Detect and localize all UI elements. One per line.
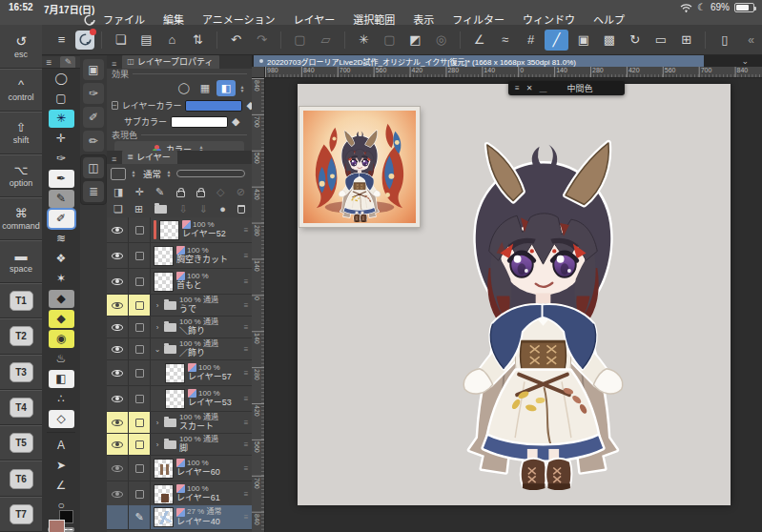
apply-color-icon[interactable]: ◆ xyxy=(246,99,252,112)
drag-handle[interactable]: ≡ xyxy=(240,481,252,505)
folder-chevron-icon[interactable]: › xyxy=(154,419,161,427)
crop-icon[interactable]: ▢ xyxy=(288,30,312,51)
folder-chevron-icon[interactable]: › xyxy=(154,323,161,332)
menu-item[interactable]: 選択範囲 xyxy=(353,11,395,27)
layer-row[interactable]: 100 %レイヤー53 ≡ xyxy=(107,386,252,412)
app-logo-icon[interactable] xyxy=(75,31,94,50)
layer-folder-row[interactable]: › 100 % 通過＼飾り ≡ xyxy=(107,317,252,338)
drag-handle[interactable]: ≡ xyxy=(240,360,252,385)
edge-tab-key[interactable]: T3 xyxy=(0,355,42,390)
sparkle-brush-icon[interactable]: ✶ xyxy=(49,270,74,288)
csp-logo-icon[interactable] xyxy=(84,12,95,24)
layer-row[interactable]: 100 %首もと ≡ xyxy=(107,269,252,295)
enable-mask-icon[interactable]: ◇ xyxy=(216,186,224,198)
color-swatches[interactable] xyxy=(49,520,73,523)
edge-tab-key[interactable]: T5 xyxy=(0,425,42,460)
line-tool-icon[interactable]: ∠ xyxy=(49,477,74,495)
lock-layer-icon[interactable] xyxy=(176,191,185,197)
transfer-down-icon[interactable]: ⇩ xyxy=(178,203,187,215)
undo-gesture-icon[interactable]: ↺ xyxy=(15,34,27,48)
border-effect-icon[interactable]: ◯ xyxy=(175,80,194,96)
save-icon[interactable]: ⌂ xyxy=(160,30,184,51)
selected-layer-row[interactable]: ✎ 27 % 通常レイヤー40 ≡ xyxy=(107,505,252,530)
tab-layer-property[interactable]: ◫レイヤープロパティ xyxy=(122,55,219,69)
layer-row[interactable]: 100 %レイヤー57 ≡ xyxy=(107,360,252,386)
menu-item[interactable]: 表示 xyxy=(413,11,434,27)
check-cell[interactable] xyxy=(129,217,151,242)
layer-row[interactable]: 100 %レイヤー61 ≡ xyxy=(107,481,252,505)
new-canvas-icon[interactable]: ❏ xyxy=(109,30,133,51)
folder-chevron-icon[interactable]: › xyxy=(154,301,161,310)
main-color-swatch[interactable] xyxy=(49,520,65,532)
drag-handle[interactable]: ≡ xyxy=(240,412,252,433)
gradient-tool-icon[interactable]: ◧ xyxy=(49,370,74,388)
deselect-icon[interactable]: ▢ xyxy=(378,30,402,51)
drag-handle[interactable]: ≡ xyxy=(240,217,252,242)
pen-tool-icon[interactable]: ✒ xyxy=(49,170,74,188)
control-key[interactable]: ^control xyxy=(0,69,42,112)
collapse-layer-color-icon[interactable]: − xyxy=(112,101,118,110)
layer-color-effect-icon[interactable]: ◧ xyxy=(216,80,236,96)
new-vector-layer-icon[interactable]: ⊞ xyxy=(134,203,143,215)
open-file-icon[interactable]: ▤ xyxy=(134,30,158,51)
option-key[interactable]: ⌥option xyxy=(0,154,42,197)
menu-item[interactable]: ウィンドウ xyxy=(523,11,575,27)
select-wand-icon[interactable]: ✳ xyxy=(352,30,376,51)
edge-tab-key[interactable]: T6 xyxy=(0,460,42,496)
clip-below-icon[interactable]: ◨ xyxy=(113,186,123,198)
floating-palette[interactable]: ≡ ✕ ＿ 中間色 xyxy=(508,81,625,95)
visibility-cell[interactable] xyxy=(107,217,129,242)
panel-menu-icon[interactable]: ≡ xyxy=(110,154,118,164)
divider[interactable] xyxy=(47,432,75,433)
drag-handle[interactable]: ≡ xyxy=(240,434,252,455)
snap-curve-icon[interactable]: ≈ xyxy=(493,30,517,51)
reorder-icon[interactable]: ⇅ xyxy=(186,30,210,51)
delete-layer-icon[interactable] xyxy=(237,205,245,214)
decoration-brush-icon[interactable]: ❖ xyxy=(49,250,74,268)
palette-minimize-icon[interactable]: ＿ xyxy=(539,85,546,92)
eyedropper-tool-icon[interactable]: ✑ xyxy=(49,150,74,168)
tab-list-chevron-icon[interactable]: ⌄ xyxy=(741,55,749,67)
drag-handle[interactable]: ≡ xyxy=(240,456,252,481)
collapse-toolbar-icon[interactable]: « xyxy=(748,33,754,47)
command-key[interactable]: ⌘command xyxy=(0,197,42,240)
move-tool-icon[interactable]: ✛ xyxy=(49,130,74,148)
opacity-slider[interactable] xyxy=(176,170,245,177)
blend-mode-select[interactable]: 通常 xyxy=(143,167,161,180)
menu-item[interactable]: レイヤー xyxy=(294,11,336,27)
capture-icon[interactable]: ▩ xyxy=(597,30,621,51)
reset-view-icon[interactable]: ↻ xyxy=(623,30,647,51)
drag-handle[interactable]: ≡ xyxy=(240,243,252,268)
marquee-tool-icon[interactable]: ▢ xyxy=(49,90,74,108)
tone-effect-icon[interactable]: ▦ xyxy=(196,80,215,96)
text-tool-icon[interactable]: A xyxy=(49,437,74,455)
layer-color-swatch[interactable] xyxy=(185,100,242,112)
round-brush-icon[interactable]: ◉ xyxy=(49,330,74,348)
switch-tool-icon[interactable]: ▣ xyxy=(571,30,595,51)
layer-folder-row[interactable]: › 100 % 通過脚 ≡ xyxy=(107,434,252,456)
drag-handle[interactable]: ≡ xyxy=(240,317,252,338)
drag-handle[interactable]: ≡ xyxy=(240,386,252,411)
menu-item[interactable]: 編集 xyxy=(163,11,184,27)
selection-area-icon[interactable]: ◎ xyxy=(429,30,453,51)
draft-layer-icon[interactable]: ✎ xyxy=(155,186,164,198)
layer-palette-icon[interactable]: ≣ xyxy=(83,181,104,202)
menu-item[interactable]: ファイル xyxy=(103,11,145,27)
palette-close-icon[interactable]: ✕ xyxy=(526,85,533,92)
edge-tab-key[interactable]: T4 xyxy=(0,390,42,425)
layer-property-palette-icon[interactable]: ◫ xyxy=(83,157,104,178)
undo-icon[interactable]: ↶ xyxy=(224,30,248,51)
folder-chevron-icon[interactable]: ⌄ xyxy=(154,345,161,354)
snap-ruler-icon[interactable]: ∠ xyxy=(467,30,491,51)
layer-mask-icon[interactable]: ● xyxy=(219,203,226,215)
layer-row[interactable]: 100 %胸空きカット ≡ xyxy=(107,243,252,269)
reference-layer-icon[interactable]: ✛ xyxy=(135,186,144,198)
main-menu-icon[interactable]: ≡ xyxy=(50,30,73,51)
numeric-pad-icon[interactable]: ⊞ xyxy=(674,30,698,51)
companion-device-icon[interactable]: ▯ xyxy=(712,30,736,51)
shift-key[interactable]: ⇧shift xyxy=(0,112,42,154)
layer-folder-row[interactable]: › 100 % 通過うで ≡ xyxy=(107,295,252,317)
palette-menu-icon[interactable]: ≡ xyxy=(515,85,520,92)
tool-palette-header[interactable]: ≡✎ xyxy=(42,56,80,69)
airbrush-tool-icon[interactable]: ∴ xyxy=(49,390,74,408)
